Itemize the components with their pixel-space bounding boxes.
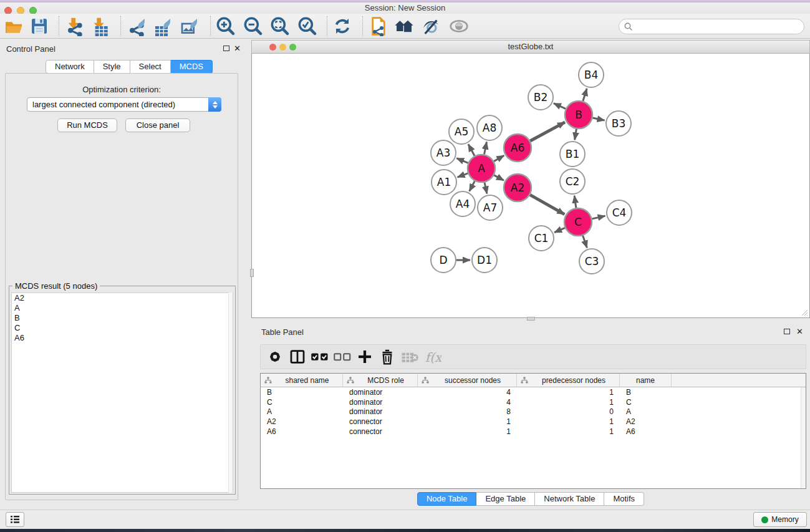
cell-name[interactable]: A2 [620,417,672,426]
edge-A-A5[interactable] [468,144,475,156]
graph-node-A7[interactable]: A7 [478,195,503,220]
edge-A-A2[interactable] [494,175,504,180]
cell-shared-name[interactable]: A2 [261,417,343,426]
edge-A-A6[interactable] [494,155,504,161]
zoom-in-icon[interactable] [216,16,236,36]
vizmapper-icon[interactable] [421,16,441,36]
edge-C-C2[interactable] [574,196,576,208]
graph-node-B2[interactable]: B2 [528,85,553,110]
open-file-icon[interactable] [4,16,24,36]
cell-shared-name[interactable]: A6 [261,427,343,436]
graph-node-A1[interactable]: A1 [432,170,456,195]
cell-successor-nodes[interactable]: 1 [418,427,517,436]
control-panel-close-button[interactable]: ✕ [234,44,241,53]
mcds-result-list[interactable]: A2ABCA6 [11,293,229,493]
edge-A-A4[interactable] [470,181,475,191]
control-panel-float-button[interactable] [223,46,229,51]
edge-A6-B[interactable] [530,122,565,141]
table-row[interactable]: Cdominator41C [261,397,806,407]
table-panel-close-button[interactable]: ✕ [796,327,803,336]
cell-successor-nodes[interactable]: 1 [418,417,517,426]
edge-B-B4[interactable] [583,89,587,101]
export-image-icon[interactable] [180,16,200,36]
cell-name[interactable]: A [620,407,672,416]
resize-grip-icon[interactable] [801,309,808,316]
cell-MCDS-role[interactable]: dominator [343,407,418,416]
table-row[interactable]: A6connector11A6 [261,427,806,437]
tab-motifs[interactable]: Motifs [604,492,644,506]
cell-name[interactable]: C [620,398,672,407]
run-mcds-button[interactable]: Run MCDS [57,118,117,132]
task-history-button[interactable] [6,512,24,527]
graph-node-A5[interactable]: A5 [449,119,474,144]
network-canvas[interactable]: B4B2BB3A5A8A6B1A3AC2A1A2A4A7C4CC1C3DD1 [251,54,810,318]
tab-edge-table[interactable]: Edge Table [476,492,535,506]
edge-B-B2[interactable] [554,104,566,109]
graph-node-C[interactable]: C [564,208,592,236]
graph-node-A4[interactable]: A4 [450,191,475,216]
mcds-result-item[interactable]: A2 [12,293,229,303]
graph-node-C2[interactable]: C2 [560,169,585,194]
cell-predecessor-nodes[interactable]: 1 [517,417,620,426]
delete-column-icon[interactable] [378,347,397,366]
save-session-icon[interactable] [29,16,49,36]
edge-A-A3[interactable] [456,158,468,163]
optimization-criterion-dropdown[interactable]: largest connected component (directed) [27,97,221,112]
network-graph[interactable]: B4B2BB3A5A8A6B1A3AC2A1A2A4A7C4CC1C3DD1 [252,54,809,317]
cell-successor-nodes[interactable]: 4 [418,398,517,407]
edge-C-C1[interactable] [554,228,565,232]
cell-shared-name[interactable]: A [261,407,343,416]
graph-node-A3[interactable]: A3 [431,140,456,165]
graph-node-D1[interactable]: D1 [472,248,497,273]
graph-node-A2[interactable]: A2 [504,174,531,201]
edge-B-B3[interactable] [592,118,604,120]
tab-network-table[interactable]: Network Table [535,492,604,506]
cell-predecessor-nodes[interactable]: 1 [517,388,620,397]
create-column-icon[interactable] [355,347,374,366]
cell-successor-nodes[interactable]: 8 [418,407,517,416]
cell-name[interactable]: A6 [620,427,672,436]
tab-network[interactable]: Network [46,60,94,74]
node-table[interactable]: shared nameMCDS rolesuccessor nodesprede… [260,373,806,489]
tab-select[interactable]: Select [130,60,171,74]
table-row[interactable]: Bdominator41B [261,387,806,397]
select-all-columns-icon[interactable] [311,347,329,366]
graph-node-A6[interactable]: A6 [504,134,531,162]
close-panel-button[interactable]: Close panel [125,118,190,132]
deselect-all-columns-icon[interactable] [333,347,352,366]
cell-shared-name[interactable]: B [261,388,343,397]
graph-node-D[interactable]: D [431,248,456,273]
panel-divider-handle[interactable] [250,269,254,277]
cell-predecessor-nodes[interactable]: 1 [517,427,620,436]
mcds-result-item[interactable]: A6 [12,333,229,343]
network-close-button[interactable] [269,44,276,51]
network-window-titlebar[interactable]: testGlobe.txt [251,40,810,54]
panel-divider-handle[interactable] [527,317,535,321]
edge-A2-C[interactable] [530,195,564,214]
column-header-name[interactable]: name [620,374,672,387]
network-minimize-button[interactable] [279,44,286,51]
table-scrollbar[interactable] [801,387,806,488]
edge-A-A8[interactable] [485,142,487,155]
graph-node-A8[interactable]: A8 [477,115,502,140]
search-input[interactable] [619,19,804,34]
cell-MCDS-role[interactable]: connector [343,427,418,436]
mcds-result-item[interactable]: C [12,323,229,333]
cell-MCDS-role[interactable]: dominator [343,398,418,407]
table-row[interactable]: A2connector11A2 [261,417,806,427]
graph-node-B1[interactable]: B1 [560,142,585,167]
memory-button[interactable]: Memory [753,512,807,527]
mcds-result-item[interactable]: B [12,313,229,323]
zoom-selected-icon[interactable] [297,16,317,36]
edge-C-C4[interactable] [592,216,605,219]
cell-shared-name[interactable]: C [261,398,343,407]
refresh-layout-icon[interactable] [332,16,352,36]
delete-table-icon[interactable] [400,347,419,366]
table-settings-icon[interactable] [266,347,284,366]
edge-A-A7[interactable] [485,182,487,193]
edge-B-B1[interactable] [575,129,577,140]
export-table-icon[interactable] [153,16,173,36]
graph-node-B4[interactable]: B4 [579,62,604,87]
column-header-MCDS-role[interactable]: MCDS role [343,374,418,387]
edge-A-A1[interactable] [458,173,468,177]
